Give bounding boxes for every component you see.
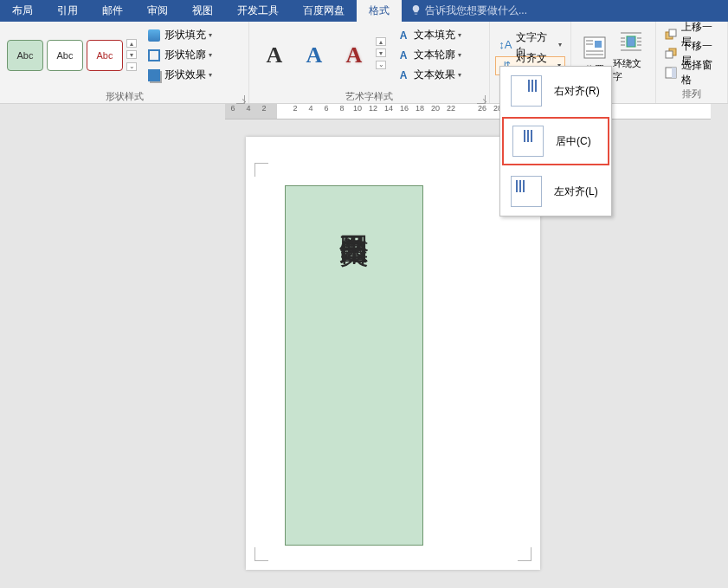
group-label-arrange: 排列 bbox=[656, 86, 727, 103]
svg-rect-20 bbox=[672, 68, 676, 78]
wrap-text-button[interactable]: 环绕文字 bbox=[613, 28, 649, 83]
wordart-preset-2[interactable]: A bbox=[296, 38, 332, 73]
effects-icon bbox=[147, 68, 161, 82]
chevron-down-icon: ▾ bbox=[458, 31, 461, 39]
text-outline-button[interactable]: A 文本轮廓 ▾ bbox=[393, 45, 465, 65]
shape-outline-label: 形状轮廓 bbox=[164, 48, 206, 62]
wordart-gallery[interactable]: A A A ▴ ▾ ⌄ bbox=[254, 36, 388, 74]
margin-corner-icon bbox=[254, 163, 268, 177]
selection-pane-label: 选择窗格 bbox=[681, 58, 719, 87]
shape-effects-button[interactable]: 形状效果 ▾ bbox=[144, 65, 216, 85]
shape-effects-label: 形状效果 bbox=[164, 68, 206, 82]
text-effects-icon: A bbox=[396, 68, 410, 82]
shape-fill-label: 形状填充 bbox=[164, 28, 206, 42]
position-icon bbox=[581, 34, 609, 61]
tab-review[interactable]: 审阅 bbox=[135, 0, 180, 22]
tab-layout[interactable]: 布局 bbox=[0, 0, 45, 22]
pen-icon bbox=[147, 48, 161, 62]
scroll-down-icon[interactable]: ▾ bbox=[126, 50, 137, 59]
align-option-left[interactable]: 左对齐(L) bbox=[500, 167, 611, 216]
tab-format[interactable]: 格式 bbox=[357, 0, 402, 22]
dialog-launcher-icon[interactable] bbox=[236, 95, 245, 104]
align-option-label: 居中(C) bbox=[556, 134, 591, 149]
wordart-preset-1[interactable]: A bbox=[256, 38, 293, 73]
send-backward-icon bbox=[665, 47, 678, 61]
text-box-shape[interactable]: 美是回来做自己 bbox=[285, 185, 423, 546]
shape-preset-3[interactable]: Abc bbox=[87, 40, 123, 71]
align-left-icon bbox=[511, 176, 542, 207]
svg-rect-18 bbox=[666, 51, 673, 58]
selection-pane-icon bbox=[665, 66, 678, 80]
align-center-icon bbox=[512, 126, 544, 157]
text-fill-label: 文本填充 bbox=[414, 28, 455, 42]
text-direction-icon: ↕A bbox=[499, 38, 512, 52]
align-right-icon bbox=[511, 75, 542, 107]
document-canvas[interactable]: 美是回来做自己 bbox=[0, 120, 728, 588]
chevron-down-icon: ▾ bbox=[209, 71, 212, 79]
tell-me[interactable]: 告诉我您想要做什么... bbox=[402, 3, 536, 18]
scroll-up-icon[interactable]: ▴ bbox=[376, 37, 386, 46]
group-arrange: 上移一层 下移一层 选择窗格 排列 bbox=[656, 22, 728, 103]
expand-gallery-icon[interactable]: ⌄ bbox=[376, 61, 386, 69]
text-outline-label: 文本轮廓 bbox=[414, 48, 455, 62]
chevron-down-icon: ▾ bbox=[458, 51, 461, 59]
chevron-down-icon: ▾ bbox=[558, 41, 562, 48]
expand-gallery-icon[interactable]: ⌄ bbox=[126, 62, 137, 71]
group-shape-styles: Abc Abc Abc ▴ ▾ ⌄ 形状填充 ▾ 形状轮廓 ▾ bbox=[0, 22, 249, 103]
align-option-label: 右对齐(R) bbox=[554, 84, 600, 99]
chevron-down-icon: ▾ bbox=[209, 31, 212, 39]
margin-corner-icon bbox=[254, 547, 268, 561]
text-outline-icon: A bbox=[396, 48, 410, 62]
tab-references[interactable]: 引用 bbox=[45, 0, 90, 22]
dialog-launcher-icon[interactable] bbox=[477, 95, 486, 104]
gallery-more[interactable]: ▴ ▾ ⌄ bbox=[126, 38, 139, 73]
text-effects-button[interactable]: A 文本效果 ▾ bbox=[393, 65, 465, 85]
svg-rect-1 bbox=[595, 41, 602, 48]
shape-style-gallery[interactable]: Abc Abc Abc ▴ ▾ ⌄ bbox=[5, 38, 139, 73]
group-label-wordart: 艺术字样式 bbox=[249, 88, 489, 106]
text-effects-label: 文本效果 bbox=[414, 68, 455, 82]
page: 美是回来做自己 bbox=[246, 137, 540, 570]
scroll-down-icon[interactable]: ▾ bbox=[376, 48, 386, 57]
lightbulb-icon bbox=[410, 4, 422, 18]
bring-forward-icon bbox=[665, 28, 678, 42]
chevron-down-icon: ▾ bbox=[209, 51, 212, 59]
selection-pane-button[interactable]: 选择窗格 bbox=[661, 63, 722, 82]
ribbon-tabs: 布局 引用 邮件 审阅 视图 开发工具 百度网盘 格式 告诉我您想要做什么... bbox=[0, 0, 728, 22]
wordart-preset-3[interactable]: A bbox=[336, 38, 372, 73]
shape-fill-button[interactable]: 形状填充 ▾ bbox=[144, 25, 216, 45]
text-fill-button[interactable]: A 文本填充 ▾ bbox=[393, 25, 465, 45]
align-option-label: 左对齐(L) bbox=[554, 184, 598, 199]
text-fill-icon: A bbox=[396, 29, 410, 42]
bucket-icon bbox=[147, 29, 161, 42]
svg-rect-6 bbox=[627, 36, 635, 47]
tab-devtools[interactable]: 开发工具 bbox=[225, 0, 291, 22]
wrap-label: 环绕文字 bbox=[613, 57, 649, 83]
margin-corner-icon bbox=[518, 547, 532, 561]
shape-preset-1[interactable]: Abc bbox=[7, 40, 43, 71]
group-label-shape-styles: 形状样式 bbox=[0, 88, 248, 106]
shape-preset-2[interactable]: Abc bbox=[47, 40, 83, 71]
shape-outline-button[interactable]: 形状轮廓 ▾ bbox=[144, 45, 216, 65]
tab-baidu[interactable]: 百度网盘 bbox=[291, 0, 357, 22]
chevron-down-icon: ▾ bbox=[458, 71, 461, 79]
group-wordart: A A A ▴ ▾ ⌄ A 文本填充 ▾ A 文本轮廓 ▾ bbox=[249, 22, 490, 103]
align-text-dropdown: 右对齐(R)居中(C)左对齐(L) bbox=[499, 66, 612, 216]
svg-rect-16 bbox=[669, 29, 676, 36]
align-option-right[interactable]: 右对齐(R) bbox=[500, 67, 611, 115]
wordart-gallery-more[interactable]: ▴ ▾ ⌄ bbox=[376, 36, 388, 71]
horizontal-ruler[interactable]: 6422468101214161820222628303234363840 bbox=[225, 104, 711, 120]
tab-view[interactable]: 视图 bbox=[180, 0, 225, 22]
tab-mail[interactable]: 邮件 bbox=[90, 0, 135, 22]
tell-me-text: 告诉我您想要做什么... bbox=[425, 3, 527, 18]
scroll-up-icon[interactable]: ▴ bbox=[126, 39, 137, 48]
wrap-text-icon bbox=[617, 28, 645, 55]
ribbon: Abc Abc Abc ▴ ▾ ⌄ 形状填充 ▾ 形状轮廓 ▾ bbox=[0, 22, 728, 104]
align-option-center[interactable]: 居中(C) bbox=[502, 117, 609, 165]
